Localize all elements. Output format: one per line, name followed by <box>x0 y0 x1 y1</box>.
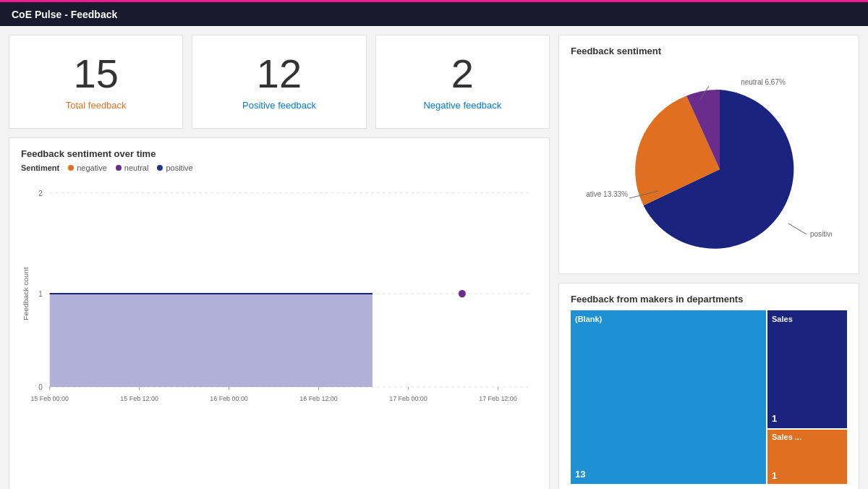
svg-text:Feedback count: Feedback count <box>22 267 30 320</box>
legend-label: Sentiment <box>21 163 59 172</box>
neutral-dot-icon <box>116 165 122 171</box>
legend-positive-label: positive <box>166 163 192 172</box>
pie-chart-svg: negative 13.33% neutral 6.67% positive 8… <box>586 64 832 260</box>
svg-text:2: 2 <box>38 190 43 197</box>
feedback-sentiment-card: Feedback sentiment negative 13.33% neutr… <box>558 35 859 274</box>
sentiment-over-time-card: Feedback sentiment over time Sentiment n… <box>9 137 550 489</box>
positive-dot-icon <box>157 165 163 171</box>
svg-text:16 Feb 00:00: 16 Feb 00:00 <box>210 394 248 401</box>
dept-sales-label: Sales <box>772 315 843 323</box>
svg-text:17 Feb 12:00: 17 Feb 12:00 <box>479 394 517 401</box>
svg-text:0: 0 <box>38 383 43 391</box>
kpi-total-number: 15 <box>74 54 119 94</box>
dept-sales-column: Sales 1 Sales ... 1 <box>767 310 847 484</box>
dept-blank-count: 13 <box>575 469 762 480</box>
svg-text:16 Feb 12:00: 16 Feb 12:00 <box>299 394 338 401</box>
left-column: 15 Total feedback 12 Positive feedback 2… <box>9 35 558 489</box>
svg-text:15 Feb 12:00: 15 Feb 12:00 <box>120 394 158 401</box>
legend: Sentiment negative neutral positive <box>21 163 537 172</box>
dept-title: Feedback from makers in departments <box>571 294 847 305</box>
kpi-row: 15 Total feedback 12 Positive feedback 2… <box>9 35 550 129</box>
svg-point-9 <box>459 290 466 297</box>
dept-bar-blank: (Blank) 13 <box>571 310 766 484</box>
dept-bar-sales2: Sales ... 1 <box>767 430 847 484</box>
chart-area: 2 1 0 Feedback count 15 Feb 00:00 15 Feb… <box>21 178 537 409</box>
top-bar: CoE Pulse - Feedback <box>0 0 868 26</box>
dept-bar-sales: Sales 1 <box>767 310 847 428</box>
right-column: Feedback sentiment negative 13.33% neutr… <box>558 35 859 489</box>
main-content: 15 Total feedback 12 Positive feedback 2… <box>0 26 868 489</box>
negative-dot-icon <box>68 165 74 171</box>
sentiment-over-time-title: Feedback sentiment over time <box>21 148 537 159</box>
dept-sales2-label: Sales ... <box>772 433 843 441</box>
kpi-negative-label: Negative feedback <box>423 100 501 111</box>
svg-text:negative 13.33%: negative 13.33% <box>586 190 628 198</box>
kpi-total: 15 Total feedback <box>9 35 183 129</box>
dept-sales-count: 1 <box>772 413 843 424</box>
kpi-positive-number: 12 <box>257 54 302 94</box>
svg-line-26 <box>788 224 807 234</box>
svg-text:15 Feb 00:00: 15 Feb 00:00 <box>30 394 69 401</box>
svg-marker-7 <box>50 294 373 387</box>
legend-positive: positive <box>157 163 192 172</box>
legend-neutral: neutral <box>116 163 149 172</box>
feedback-sentiment-title: Feedback sentiment <box>571 46 847 56</box>
svg-text:1: 1 <box>38 290 43 298</box>
svg-text:neutral 6.67%: neutral 6.67% <box>741 78 786 86</box>
sentiment-pie-area: negative 13.33% neutral 6.67% positive 8… <box>571 61 847 263</box>
app-title: CoE Pulse - Feedback <box>12 9 117 20</box>
legend-negative: negative <box>68 163 107 172</box>
dept-blank-label: (Blank) <box>575 315 762 323</box>
dept-card: Feedback from makers in departments (Bla… <box>558 283 859 489</box>
legend-neutral-label: neutral <box>124 163 149 172</box>
kpi-total-label: Total feedback <box>66 100 127 111</box>
sentiment-time-chart-svg: 2 1 0 Feedback count 15 Feb 00:00 15 Feb… <box>21 178 537 409</box>
dept-sales2-count: 1 <box>772 470 843 481</box>
kpi-negative: 2 Negative feedback <box>375 35 550 129</box>
dept-chart: (Blank) 13 Sales 1 Sales ... 1 <box>571 310 847 484</box>
svg-text:positive 80%: positive 80% <box>810 230 832 238</box>
svg-text:17 Feb 00:00: 17 Feb 00:00 <box>389 394 427 401</box>
legend-negative-label: negative <box>77 163 107 172</box>
kpi-negative-number: 2 <box>451 54 474 94</box>
kpi-positive: 12 Positive feedback <box>192 35 366 129</box>
kpi-positive-label: Positive feedback <box>242 100 316 111</box>
